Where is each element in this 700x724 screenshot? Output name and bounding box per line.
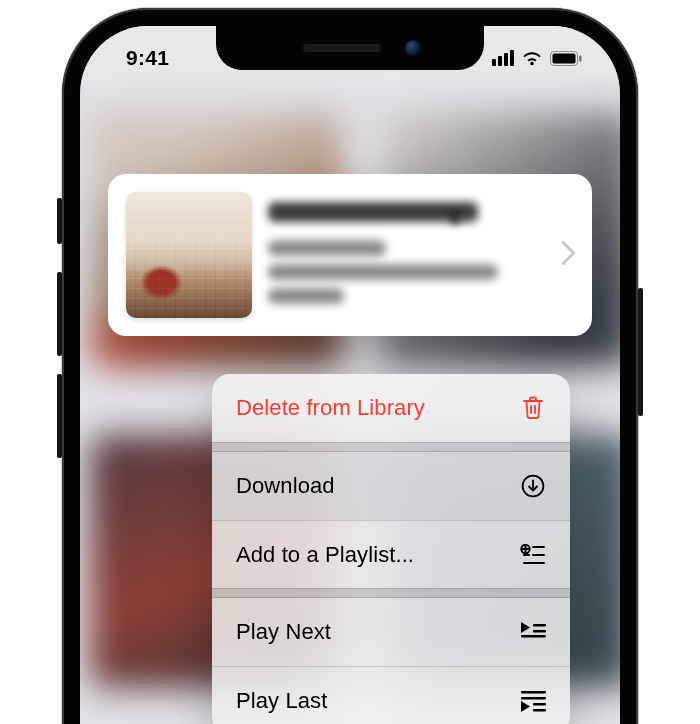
menu-item-label: Play Next [236,619,331,645]
item-detail-blurred-1 [268,264,498,280]
svg-rect-5 [533,624,546,626]
menu-section-divider [212,442,570,452]
item-title-blurred [268,202,478,222]
item-preview-card[interactable]: s [108,174,592,336]
item-preview-info: s [268,206,546,304]
side-button-silent [57,198,62,244]
svg-rect-11 [533,703,546,705]
cellular-icon [492,50,514,66]
menu-item-label: Delete from Library [236,395,425,421]
side-button-vol-down [57,374,62,458]
album-artwork [126,192,252,318]
side-button-power [638,288,643,416]
item-title-visible-suffix: s [448,202,461,230]
menu-download[interactable]: Download [212,452,570,520]
menu-item-label: Play Last [236,688,327,714]
item-detail-blurred-2 [268,288,344,304]
item-subtitle-blurred [268,240,386,256]
front-camera [405,40,421,56]
menu-play-next[interactable]: Play Next [212,598,570,666]
download-icon [520,474,546,498]
wifi-icon [521,50,543,66]
add-to-playlist-icon [520,544,546,566]
play-last-icon [520,690,546,712]
side-button-vol-up [57,272,62,356]
iphone-device-frame: 9:41 s [62,8,638,724]
svg-rect-1 [553,53,576,63]
svg-rect-8 [533,630,546,632]
menu-section-divider [212,588,570,598]
screen: 9:41 s [80,26,620,724]
svg-rect-9 [521,691,546,693]
svg-rect-10 [521,697,546,699]
battery-icon [550,51,582,66]
play-next-icon [520,622,546,642]
menu-play-last[interactable]: Play Last [212,666,570,724]
chevron-right-icon [562,241,576,269]
status-indicators [492,50,582,66]
trash-icon [520,396,546,420]
menu-delete-from-library[interactable]: Delete from Library [212,374,570,442]
context-menu: Delete from Library Download Add to a Pl… [212,374,570,724]
menu-item-label: Download [236,473,335,499]
menu-item-label: Add to a Playlist... [236,542,414,568]
svg-rect-12 [533,709,546,711]
speaker-grille [303,44,381,52]
svg-rect-6 [521,635,546,637]
status-time: 9:41 [126,46,169,70]
device-notch [216,26,484,70]
menu-add-to-playlist[interactable]: Add to a Playlist... [212,520,570,588]
svg-rect-2 [579,55,582,61]
